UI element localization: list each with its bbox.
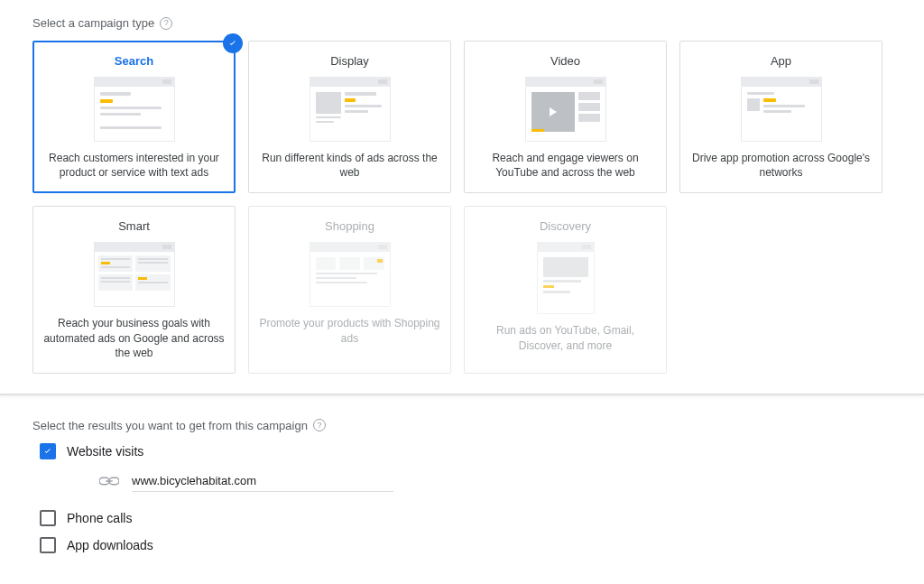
checkbox-app-downloads[interactable]: [40, 537, 56, 553]
card-title: Display: [330, 54, 369, 68]
card-title: App: [771, 54, 791, 68]
website-url-input[interactable]: [132, 470, 393, 492]
campaign-card-discovery: Discovery Run ads on YouTube, Gmail, Dis…: [464, 206, 667, 374]
thumbnail-video-icon: [525, 77, 606, 142]
website-url-row: [99, 470, 892, 492]
result-label: Website visits: [67, 444, 143, 459]
card-desc: Run different kinds of ads across the we…: [258, 151, 441, 180]
thumbnail-search-icon: [94, 77, 175, 142]
result-row-app-downloads: App downloads: [40, 537, 892, 553]
campaign-card-grid: Search Reach customers interested in you…: [32, 41, 892, 374]
card-title: Discovery: [540, 219, 591, 233]
help-icon[interactable]: ?: [313, 419, 326, 431]
card-desc: Drive app promotion across Google's netw…: [689, 151, 873, 180]
thumbnail-app-icon: [741, 77, 822, 142]
card-title: Shopping: [325, 219, 374, 233]
section-label-results: Select the results you want to get from …: [32, 419, 892, 432]
campaign-card-smart[interactable]: Smart Reach your business goals with aut…: [32, 206, 236, 374]
campaign-card-video[interactable]: Video Reach and engage viewers on YouTub…: [464, 41, 667, 193]
thumbnail-shopping-icon: [310, 242, 391, 307]
card-desc: Run ads on YouTube, Gmail, Discover, and…: [474, 323, 657, 352]
check-badge-icon: [223, 33, 243, 53]
result-row-phone-calls: Phone calls: [40, 510, 892, 526]
thumbnail-smart-icon: [94, 242, 175, 307]
card-desc: Promote your products with Shopping ads: [258, 316, 441, 345]
results-panel: Select the results you want to get from …: [0, 395, 924, 584]
card-desc: Reach your business goals with automated…: [42, 316, 226, 360]
thumbnail-discovery-icon: [537, 242, 595, 314]
card-title: Smart: [118, 219, 150, 233]
campaign-card-display[interactable]: Display Run differ: [248, 41, 451, 193]
campaign-card-app[interactable]: App Drive app promotion across Googl: [679, 41, 882, 193]
campaign-type-panel: Select a campaign type ? Search Reach cu…: [0, 0, 924, 395]
result-label: App downloads: [67, 538, 153, 552]
card-title: Video: [550, 54, 580, 68]
card-title: Search: [115, 54, 153, 68]
section-label-text: Select a campaign type: [32, 16, 154, 30]
section-label-campaign-type: Select a campaign type ?: [32, 16, 892, 30]
help-icon[interactable]: ?: [160, 17, 172, 30]
thumbnail-display-icon: [310, 77, 391, 142]
campaign-card-shopping: Shopping Promote your products with Shop…: [248, 206, 451, 374]
card-desc: Reach and engage viewers on YouTube and …: [474, 151, 657, 180]
campaign-card-search[interactable]: Search Reach customers interested in you…: [32, 41, 236, 193]
checkbox-website-visits[interactable]: [40, 443, 56, 459]
link-icon: [99, 476, 119, 487]
result-label: Phone calls: [67, 511, 132, 525]
section-label-text: Select the results you want to get from …: [32, 419, 308, 432]
result-row-website-visits: Website visits: [40, 443, 892, 459]
checkbox-phone-calls[interactable]: [40, 510, 56, 526]
card-desc: Reach customers interested in your produ…: [42, 151, 226, 180]
